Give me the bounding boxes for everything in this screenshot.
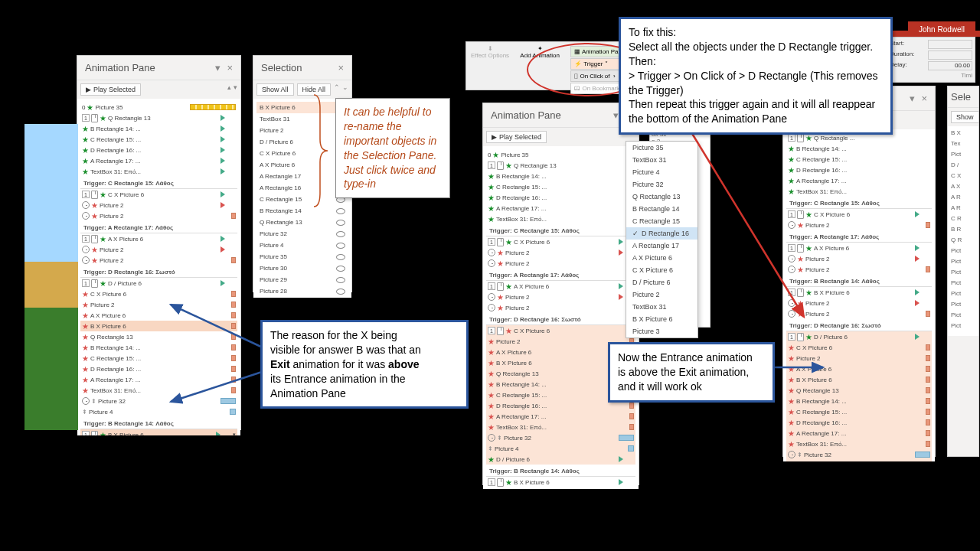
svg-line-0	[171, 305, 264, 348]
pin-icon[interactable]: ▾	[215, 62, 220, 73]
selection-title: Selection ×	[253, 56, 351, 80]
fix-callout: To fix this: Select all the objects unde…	[619, 17, 893, 135]
selection-item[interactable]: A X Picture 6	[256, 159, 348, 171]
selection-item[interactable]: C Rectangle 15	[256, 194, 348, 205]
tip-callout: It can be helpful to re-name the importa…	[335, 98, 450, 198]
selection-item[interactable]: A Rectangle 17	[256, 171, 348, 182]
selection-item[interactable]: Picture 30	[256, 262, 348, 274]
selection-item[interactable]: Picture 29	[256, 274, 348, 285]
selection-item[interactable]: D / Picture 6	[256, 136, 348, 148]
panel-title: Animation Pane ▾×	[77, 56, 240, 80]
close-icon[interactable]: ×	[338, 62, 344, 73]
visibility-icon[interactable]	[336, 266, 345, 272]
visibility-icon[interactable]	[336, 231, 345, 237]
reason-callout: The reason for the X being visible for a…	[260, 320, 469, 409]
selection-pane-3: Sele Show B XTexPictD /C XA XA RA RC RB …	[947, 86, 979, 457]
animation-pane-2[interactable]: Animation Pane▾× ▶ Play Selected 0★Pictu…	[482, 103, 639, 485]
svg-line-2	[689, 129, 804, 317]
trigger-menu-item[interactable]: Picture 3	[626, 325, 697, 337]
now-callout: Now the Entrance animation is above the …	[608, 342, 775, 403]
visibility-icon[interactable]	[336, 243, 345, 249]
visibility-icon[interactable]	[336, 289, 345, 295]
selection-item[interactable]: B X Picture 6	[256, 102, 348, 113]
selection-item[interactable]: TextBox 31	[256, 113, 348, 125]
selection-item[interactable]: Picture 35	[256, 251, 348, 262]
play-selected-button[interactable]: ▶ Play Selected	[80, 83, 141, 96]
selection-item[interactable]: Picture 2	[256, 125, 348, 136]
selection-item[interactable]: C X Picture 6	[256, 148, 348, 159]
selection-item[interactable]: Picture 32	[256, 228, 348, 240]
show-all-button[interactable]: Show All	[256, 83, 294, 96]
selection-item[interactable]: Picture 28	[256, 285, 348, 297]
selection-item[interactable]: B Rectangle 14	[256, 205, 348, 217]
visibility-icon[interactable]	[336, 254, 345, 260]
visibility-icon[interactable]	[336, 277, 345, 283]
selection-item[interactable]: A Rectangle 16	[256, 182, 348, 194]
selection-item[interactable]: Picture 4	[256, 240, 348, 251]
selection-item[interactable]: Picture 12	[256, 297, 348, 298]
close-icon[interactable]: ×	[227, 62, 233, 73]
visibility-icon[interactable]	[336, 208, 345, 214]
timing-ribbon[interactable]: Start: Duration: Delay:00.00 Timi	[887, 37, 975, 83]
selection-item[interactable]: Q Rectangle 13	[256, 217, 348, 228]
visibility-icon[interactable]	[336, 220, 345, 226]
svg-line-1	[171, 371, 264, 402]
user-badge: John Rodwell	[908, 21, 975, 37]
